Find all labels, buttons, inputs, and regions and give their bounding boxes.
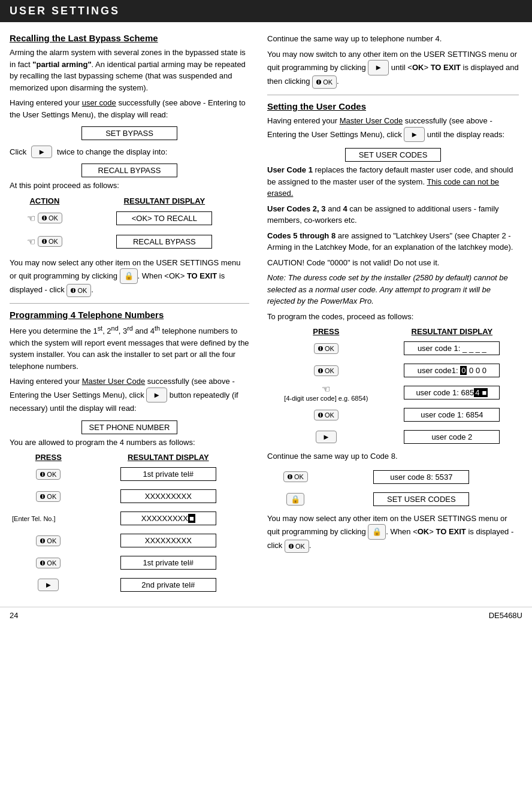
- hand-icon-code: ☜: [322, 383, 330, 395]
- lock-button-codes[interactable]: 🔒: [286, 493, 304, 506]
- table-row: i OK user code 1: _ _ _ _: [267, 337, 519, 359]
- press-col-header: PRESS: [10, 452, 87, 463]
- ok-button-2[interactable]: i OK: [38, 236, 62, 247]
- ok-button-exit2[interactable]: i OK: [312, 75, 337, 89]
- ok-button-exit1[interactable]: i OK: [66, 284, 91, 298]
- page-title: USER SETTINGS: [10, 5, 120, 17]
- ok-button-uc8[interactable]: i OK: [283, 471, 308, 482]
- display-recall-bypass: RECALL BYPASS: [81, 164, 177, 177]
- button-repeat-text: button repeatedly (if necessary) until t…: [10, 391, 238, 413]
- user-code-2-3-desc: User Codes 2, 3 and 4 can be assigned to…: [267, 203, 519, 226]
- hand-icon-1: ☜: [27, 213, 35, 224]
- section2-para2: Having entered your Master User Code suc…: [10, 376, 249, 414]
- page-header: USER SETTINGS: [0, 0, 532, 22]
- section-phone-numbers: Programming 4 Telephone Numbers Here you…: [10, 310, 249, 596]
- arrow-button-code2[interactable]: ►: [316, 431, 337, 443]
- display-xxx-cursor: XXXXXXXXX■: [120, 511, 216, 525]
- continue-code-text: Continue the same way up to Code 8.: [267, 450, 519, 462]
- result-codes-header: RESULTANT DISPLAY: [385, 326, 519, 337]
- table-row: ► user code 2: [267, 426, 519, 448]
- lock-button-end[interactable]: 🔒: [368, 524, 386, 540]
- table-row: i OK XXXXXXXXX: [10, 529, 249, 552]
- section2-para1: Here you determine the 1st, 2nd, 3rd and…: [10, 323, 249, 372]
- action-col-header: ACTION: [10, 195, 80, 207]
- click-text-label: Click: [10, 147, 26, 156]
- display-code1-blank: user code 1: _ _ _ _: [404, 341, 500, 355]
- section1-para1: Arming the alarm system with several zon…: [10, 47, 249, 93]
- ok-button-end[interactable]: i OK: [285, 540, 309, 553]
- page-number: 24: [10, 611, 18, 620]
- display-set-user-codes-top: SET USER CODES: [345, 148, 441, 162]
- user-codes-press-table: PRESS RESULTANT DISPLAY i OK user code 1…: [267, 326, 519, 448]
- section-user-codes-title: Setting the User Codes: [267, 101, 519, 111]
- display-set-user-codes-bottom: SET USER CODES: [373, 492, 469, 506]
- proceed-text: At this point proceed as follows:: [10, 180, 249, 192]
- section2-title: Programming 4 Telephone Numbers: [10, 310, 249, 320]
- table-row: ☜ [4-digit user code] e.g. 6854) user co…: [267, 382, 519, 404]
- table-row: ► 2nd private tel#: [10, 574, 249, 596]
- left-column: Recalling the Last Bypass Scheme Arming …: [10, 33, 261, 598]
- display-recall-bypass-result: RECALL BYPASS: [116, 235, 212, 249]
- table-row: i OK 1st private tel#: [10, 463, 249, 485]
- user-code-1-desc: User Code 1 replaces the factory default…: [267, 164, 519, 199]
- section-recall-bypass: Recalling the Last Bypass Scheme Arming …: [10, 33, 249, 297]
- user-codes-intro: Having entered your Master User Code suc…: [267, 115, 519, 142]
- display-xxx2: XXXXXXXXX: [120, 534, 216, 547]
- hand-icon-2: ☜: [27, 236, 35, 247]
- ok-button-1[interactable]: i OK: [38, 213, 62, 223]
- display-2nd-tel: 2nd private tel#: [120, 578, 216, 592]
- doc-code: DE5468U: [489, 611, 522, 620]
- ok-button-p4[interactable]: i OK: [36, 558, 61, 568]
- arrow-button-recall[interactable]: ►: [31, 146, 52, 158]
- user-codes-last-table: i OK user code 8: 5537 🔒 SET USER CODES: [267, 466, 519, 510]
- display-code8: user code 8: 5537: [373, 470, 469, 484]
- ok-button-p1[interactable]: i OK: [36, 469, 61, 480]
- section1-end-text: You may now select any other item on the…: [10, 257, 249, 298]
- display-code1-685: user code 1: 6854■: [404, 386, 500, 399]
- table-row: i OK 1st private tel#: [10, 552, 249, 574]
- ok-button-p3[interactable]: i OK: [36, 535, 61, 546]
- code-note: [4-digit user code] e.g. 6854): [284, 395, 368, 402]
- caution-text: CAUTION! Code "0000" is not valid! Do no…: [267, 257, 519, 269]
- allowed-text: You are allowed to program the 4 numbers…: [10, 437, 249, 449]
- arrow-button-2nd[interactable]: ►: [38, 579, 59, 591]
- arrow-button-phone[interactable]: ►: [146, 388, 167, 403]
- ok-button-uc3[interactable]: i OK: [314, 410, 338, 420]
- arrow-button-codes[interactable]: ►: [404, 127, 425, 143]
- result-col-header: RESULTANT DISPLAY: [80, 195, 249, 207]
- phone-press-result-table: PRESS RESULTANT DISPLAY i OK 1st private…: [10, 452, 249, 596]
- table-row: ☜ i OK RECALL BYPASS: [10, 230, 249, 253]
- lock-button-1[interactable]: 🔒: [120, 268, 138, 284]
- display-1st-tel: 1st private tel#: [120, 467, 216, 481]
- section-user-codes: Setting the User Codes Having entered yo…: [267, 101, 519, 553]
- press-codes-header: PRESS: [267, 326, 385, 337]
- proceed-codes-text: To program the codes, proceed as follows…: [267, 311, 519, 323]
- continue-tel-text: Continue the same way up to telephone nu…: [267, 33, 519, 45]
- click-text-desc: twice to change the display into:: [57, 147, 167, 156]
- codes-5-8-desc: Codes 5 through 8 are assigned to "Latch…: [267, 230, 519, 253]
- display-xxx1: XXXXXXXXX: [120, 489, 216, 503]
- table-row: ☜ i OK <OK> TO RECALL: [10, 207, 249, 230]
- table-row: 🔒 SET USER CODES: [267, 488, 519, 510]
- display-ok-to-recall: <OK> TO RECALL: [116, 211, 212, 225]
- display-phone-number: SET PHONE NUMBER: [81, 420, 177, 434]
- display-code2: user code 2: [404, 430, 500, 444]
- table-row: [Enter Tel. No.] XXXXXXXXX■: [10, 507, 249, 529]
- display-code1-6854: user code 1: 6854: [404, 408, 500, 422]
- ok-button-p2[interactable]: i OK: [36, 491, 61, 502]
- end-text-codes: You may now select any other item on the…: [267, 513, 519, 553]
- arrow-button-exit[interactable]: ►: [368, 60, 389, 75]
- ok-button-uc1[interactable]: i OK: [314, 343, 338, 354]
- display-set-bypass: SET BYPASS: [81, 126, 177, 140]
- section1-title: Recalling the Last Bypass Scheme: [10, 33, 249, 43]
- ok-button-uc2[interactable]: i OK: [314, 365, 338, 376]
- result-col-header2: RESULTANT DISPLAY: [87, 452, 249, 463]
- switch-text: You may now switch to any other item on …: [267, 49, 519, 89]
- table-row: i OK user code 8: 5537: [267, 466, 519, 488]
- right-column: Continue the same way up to telephone nu…: [261, 33, 519, 598]
- action-result-table: ACTION RESULTANT DISPLAY ☜ i OK <OK> TO …: [10, 195, 249, 253]
- note-text: Note: The duress code set by the install…: [267, 272, 519, 307]
- table-row: i OK user code 1: 6854: [267, 404, 519, 426]
- display-code1-0000: user code1: 0 0 0 0: [404, 364, 500, 377]
- page-footer: 24 DE5468U: [0, 607, 532, 623]
